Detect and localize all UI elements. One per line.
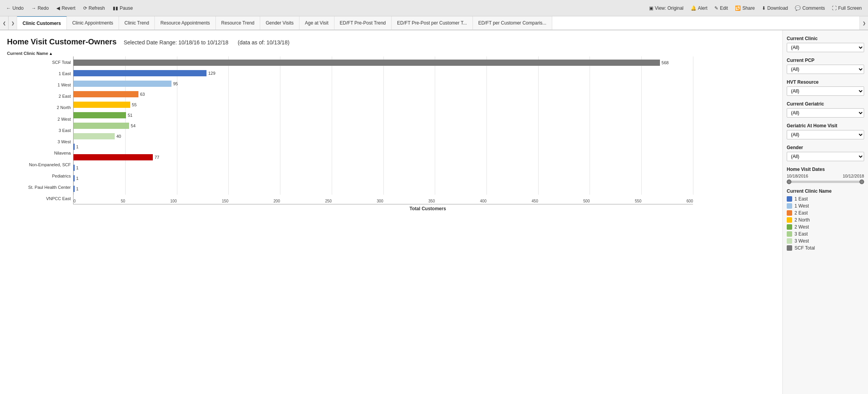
legend-label-2west: 2 West [794,224,809,230]
y-axis-header: Current Clinic Name [7,51,48,56]
legend-item-scftotal: SCF Total [787,245,864,251]
bar-rect[interactable] [74,123,129,129]
bar-rect[interactable] [74,112,126,118]
page-title: Home Visit Customer-Owners [7,37,117,46]
tab-resource-trend[interactable]: Resource Trend [216,16,260,30]
undo-button[interactable]: ← Undo [3,4,27,12]
tab-resource-appointments[interactable]: Resource Appointments [155,16,215,30]
hvt-resource-select[interactable]: (All) [787,86,864,96]
tab-edft-per-customer-comparis[interactable]: ED/FT per Customer Comparis... [473,16,552,30]
tab-clinic-trend[interactable]: Clinic Trend [119,16,155,30]
refresh-button[interactable]: ⟳ Refresh [80,4,108,12]
bar-value: 55 [132,102,136,107]
bar-value: 129 [208,71,215,76]
nav-next-arrow[interactable]: ❯ [9,16,17,30]
edit-icon: ✎ [714,5,718,11]
current-pcp-select[interactable]: (All) [787,65,864,74]
bar-rect[interactable] [74,165,75,171]
filter-current-clinic: Current Clinic (All) [787,36,864,52]
bar-rect[interactable] [74,102,130,108]
bar-row: 1 [74,142,693,151]
y-label-2north: 2 North [7,102,71,113]
bar-rect[interactable] [74,154,153,160]
bar-row: 54 [74,121,693,130]
view-original-button[interactable]: ▣ View: Original [646,4,687,12]
legend-color-scftotal [787,245,792,251]
bar-value: 63 [140,92,145,97]
x-tick-300: 300 [377,199,383,203]
y-label-1east: 1 East [7,69,71,79]
date-range: Selected Date Range: 10/18/16 to 10/12/1… [124,39,228,46]
tab-edft-prepost-trend[interactable]: ED/FT Pre-Post Trend [334,16,392,30]
bar-row: 1 [74,164,693,172]
fullscreen-icon: ⛶ [832,5,836,11]
tab-gender-visits[interactable]: Gender Visits [260,16,299,30]
tab-clinic-customers[interactable]: Clinic Customers [17,16,67,30]
alert-button[interactable]: 🔔 Alert [688,4,711,12]
y-label-2west: 2 West [7,114,71,124]
legend-label-3west: 3 West [794,238,809,244]
revert-button[interactable]: ◀ Revert [53,4,78,12]
date-range-labels: 10/18/2016 10/12/2018 [787,174,864,178]
download-icon: ⬇ [762,5,766,11]
share-button[interactable]: 🔁 Share [732,4,758,12]
bar-row: 95 [74,79,693,88]
y-label-stpaul: St. Paul Health Center [7,182,71,192]
legend-label-1east: 1 East [794,196,808,202]
bar-rect[interactable] [74,133,115,139]
legend-item-1east: 1 East [787,196,864,202]
bar-rect[interactable] [74,81,172,87]
bar-rect[interactable] [74,144,75,150]
filter-current-pcp-label: Current PCP [787,58,864,63]
legend-color-3east [787,231,792,237]
revert-icon: ◀ [56,5,60,11]
legend-label-2east: 2 East [794,210,808,216]
pause-button[interactable]: ▮▮ Pause [110,4,136,12]
geriatric-home-visit-select[interactable]: (All) [787,130,864,139]
current-clinic-select[interactable]: (All) [787,43,864,52]
download-button[interactable]: ⬇ Download [759,4,791,12]
nav-prev-arrow[interactable]: ❮ [0,16,9,30]
bar-rect[interactable] [74,175,75,181]
filter-geriatric-home-visit-label: Geriatric At Home Visit [787,123,864,128]
y-label-vnpcc: VNPCC East [7,193,71,204]
chart-header: Home Visit Customer-Owners Selected Date… [7,37,782,46]
filter-current-clinic-label: Current Clinic [787,36,864,41]
legend-section: Current Clinic Name 1 East 1 West 2 East… [787,188,864,251]
x-tick-50: 50 [121,199,125,203]
bar-rect[interactable] [74,70,206,76]
bar-rect[interactable] [74,91,138,97]
fullscreen-button[interactable]: ⛶ Full Screen [829,4,865,12]
bar-value: 51 [128,113,132,118]
bar-value: 1 [76,176,79,181]
nav-end-arrow[interactable]: ❯ [859,16,868,30]
bar-row: 51 [74,111,693,120]
edit-button[interactable]: ✎ Edit [711,4,731,12]
refresh-icon: ⟳ [83,5,87,11]
bar-row: 1 [74,174,693,183]
filter-gender-label: Gender [787,145,864,150]
legend-color-2north [787,217,792,223]
tab-age-at-visit[interactable]: Age at Visit [299,16,334,30]
legend-label-1west: 1 West [794,203,809,209]
bar-value: 54 [131,123,135,128]
bar-row: 63 [74,90,693,98]
tab-clinic-appointments[interactable]: Clinic Appointments [67,16,119,30]
bar-value: 95 [173,81,178,86]
sort-icon[interactable]: ▲ [49,51,53,56]
x-tick-150: 150 [222,199,229,203]
redo-button[interactable]: → Redo [28,4,52,12]
comments-icon: 💬 [795,5,801,11]
bar-rect[interactable] [74,186,75,192]
filter-geriatric-home-visit: Geriatric At Home Visit (All) [787,123,864,139]
gender-select[interactable]: (All) [787,152,864,161]
date-slider-track [787,181,864,183]
date-slider-thumb-start[interactable] [787,179,791,184]
bar-rect[interactable] [74,60,660,66]
date-slider-thumb-end[interactable] [859,179,864,184]
tab-edft-prepost-per-customer[interactable]: ED/FT Pre-Post per Customer T... [392,16,473,30]
legend-color-2west [787,224,792,230]
current-geriatric-select[interactable]: (All) [787,108,864,118]
right-sidebar: Current Clinic (All) Current PCP (All) H… [782,30,868,394]
comments-button[interactable]: 💬 Comments [792,4,828,12]
